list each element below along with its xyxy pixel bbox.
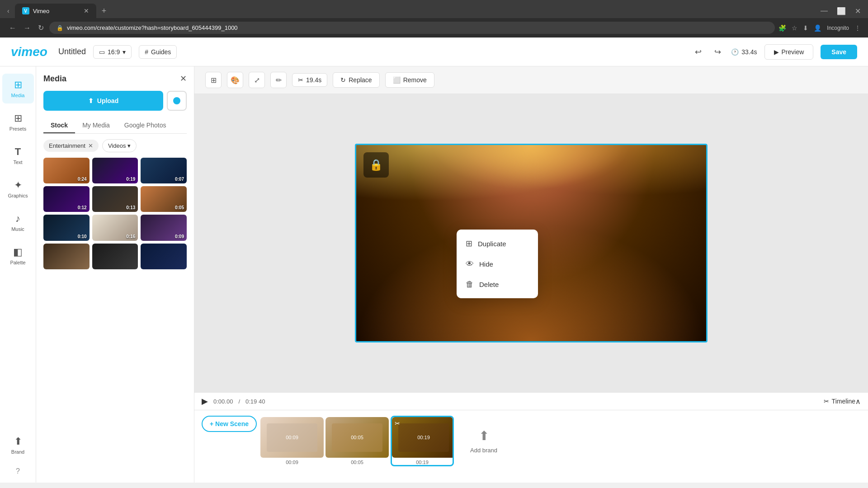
- new-tab-button[interactable]: +: [98, 5, 110, 18]
- close-panel-button[interactable]: ✕: [180, 74, 187, 84]
- edit-button[interactable]: ✏: [270, 72, 287, 88]
- replace-button[interactable]: ↻ Replace: [333, 72, 379, 88]
- refresh-button[interactable]: ↻: [36, 22, 46, 34]
- close-tab-icon[interactable]: ✕: [84, 7, 89, 14]
- video-lock-icon: 🔒: [363, 152, 389, 178]
- media-thumb-10[interactable]: [43, 244, 90, 269]
- address-bar[interactable]: 🔒 vimeo.com/create/customize?hash=storyb…: [49, 22, 775, 34]
- chevron-icon: ▾: [127, 142, 131, 149]
- media-thumb-3[interactable]: 0:07: [141, 158, 187, 183]
- tab-google-photos[interactable]: Google Photos: [117, 118, 174, 133]
- save-button[interactable]: Save: [821, 45, 857, 59]
- redo-button[interactable]: ↪: [712, 44, 724, 60]
- filter-type-select[interactable]: Videos ▾: [102, 139, 137, 152]
- add-scene-button[interactable]: + New Scene: [202, 416, 257, 432]
- context-menu-item-duplicate[interactable]: ⊞ Duplicate: [457, 233, 538, 254]
- aspect-ratio-button[interactable]: ▭ 16:9 ▾: [93, 45, 132, 59]
- clip-duration-3: 00:19: [392, 460, 453, 465]
- preview-label: Preview: [782, 48, 804, 56]
- duration-7: 0:10: [78, 234, 87, 239]
- play-button[interactable]: ▶: [202, 396, 208, 406]
- upload-button[interactable]: ⬆ Upload: [43, 91, 163, 111]
- sidebar-item-palette[interactable]: ◧ Palette: [2, 241, 34, 271]
- media-thumb-6[interactable]: 0:05: [141, 186, 187, 212]
- back-button[interactable]: ←: [7, 22, 18, 34]
- collapse-timeline-button[interactable]: ∧: [855, 397, 861, 406]
- record-button[interactable]: [167, 91, 187, 111]
- media-panel-header: Media ✕: [43, 74, 187, 84]
- media-thumb-11[interactable]: [92, 244, 138, 269]
- media-panel: Media ✕ ⬆ Upload Stock My Media Google P…: [36, 66, 194, 483]
- preview-button[interactable]: ▶ Preview: [764, 44, 814, 60]
- sidebar-item-text[interactable]: T Text: [2, 141, 34, 170]
- media-thumb-2[interactable]: 0:19: [92, 158, 138, 183]
- profile-icon[interactable]: 👤: [814, 24, 821, 32]
- lock-icon: 🔒: [57, 25, 63, 31]
- color-button[interactable]: 🎨: [227, 72, 243, 88]
- help-icon[interactable]: ?: [16, 467, 20, 475]
- media-thumb-5[interactable]: 0:13: [92, 186, 138, 212]
- media-thumb-1[interactable]: 0:24: [43, 158, 90, 183]
- bookmark-icon[interactable]: ☆: [792, 24, 797, 32]
- context-menu-item-hide[interactable]: 👁 Hide: [457, 254, 538, 274]
- close-window-button[interactable]: ✕: [851, 5, 864, 17]
- time-current: 0:00.00: [213, 398, 233, 405]
- graphics-icon: ✦: [14, 179, 22, 191]
- chevron-down-icon: ▾: [123, 48, 126, 56]
- media-thumb-7[interactable]: 0:10: [43, 215, 90, 240]
- menu-icon[interactable]: ⋮: [854, 24, 861, 32]
- hide-icon: 👁: [466, 259, 474, 269]
- filter-type-value: Videos: [108, 142, 126, 149]
- media-thumb-12[interactable]: [141, 244, 187, 269]
- graphics-label: Graphics: [8, 193, 28, 198]
- add-brand-area[interactable]: ⬆ Add brand: [456, 421, 512, 461]
- extensions-icon[interactable]: 🧩: [778, 24, 786, 32]
- text-label: Text: [13, 160, 22, 165]
- clip-thumb-1: 00:09: [260, 417, 324, 458]
- upload-icon: ⬆: [88, 97, 94, 104]
- timeline-label-text: Timeline: [832, 398, 855, 405]
- sidebar-item-music[interactable]: ♪ Music: [2, 207, 34, 237]
- canvas-viewport: 🔒 ⊞ Duplicate 👁 Hide 🗑 Delete: [194, 94, 868, 392]
- replace-icon: ↻: [340, 76, 346, 84]
- tab-my-media[interactable]: My Media: [75, 118, 117, 133]
- sidebar-item-graphics[interactable]: ✦ Graphics: [2, 174, 34, 204]
- media-thumb-4[interactable]: 0:12: [43, 186, 90, 212]
- lights-overlay: [356, 145, 706, 224]
- filter-remove-icon[interactable]: ✕: [88, 142, 93, 149]
- record-dot: [173, 97, 180, 104]
- media-thumb-8[interactable]: 0:16: [92, 215, 138, 240]
- upload-label: Upload: [97, 97, 118, 104]
- back-btn[interactable]: ‹: [4, 5, 13, 16]
- timeline-clip-3[interactable]: 00:19 ✂ 00:19: [391, 416, 454, 466]
- media-thumb-9[interactable]: 0:09: [141, 215, 187, 240]
- tab-title: Vimeo: [33, 8, 50, 14]
- hide-label: Hide: [479, 260, 493, 268]
- expand-button[interactable]: ⤢: [249, 72, 265, 88]
- scissors-timeline-icon: ✂: [824, 398, 829, 405]
- sidebar-item-brand[interactable]: ⬆ Brand: [2, 430, 34, 460]
- timeline-label-group: ✂ Timeline: [824, 398, 855, 405]
- remove-label: Remove: [403, 76, 427, 84]
- browser-nav-icons: 🧩 ☆ ⬇ 👤 Incognito ⋮: [778, 24, 861, 32]
- guides-button[interactable]: # Guides: [139, 45, 177, 59]
- grid-button[interactable]: ⊞: [205, 72, 222, 88]
- download-icon[interactable]: ⬇: [803, 24, 808, 32]
- clip-duration-1: 00:09: [260, 460, 324, 465]
- context-menu-item-delete[interactable]: 🗑 Delete: [457, 274, 538, 295]
- forward-button[interactable]: →: [22, 22, 33, 34]
- undo-button[interactable]: ↩: [692, 44, 704, 60]
- maximize-button[interactable]: ⬜: [833, 5, 849, 17]
- active-tab[interactable]: V Vimeo ✕: [15, 4, 96, 18]
- add-brand-icon: ⬆: [479, 428, 489, 443]
- minimize-button[interactable]: —: [817, 5, 831, 17]
- sidebar-item-presets[interactable]: ⊞ Presets: [2, 107, 34, 137]
- tab-stock[interactable]: Stock: [43, 118, 75, 133]
- browser-nav-bar: ← → ↻ 🔒 vimeo.com/create/customize?hash=…: [0, 18, 868, 38]
- sidebar-item-media[interactable]: ⊞ Media: [2, 74, 34, 103]
- remove-button[interactable]: ⬜ Remove: [385, 72, 434, 88]
- brand-label: Brand: [11, 449, 24, 455]
- aspect-ratio-value: 16:9: [108, 48, 120, 56]
- timeline-clip-2[interactable]: 00:05 00:05: [326, 417, 389, 465]
- timeline-clip-1[interactable]: 00:09 00:09: [260, 417, 324, 465]
